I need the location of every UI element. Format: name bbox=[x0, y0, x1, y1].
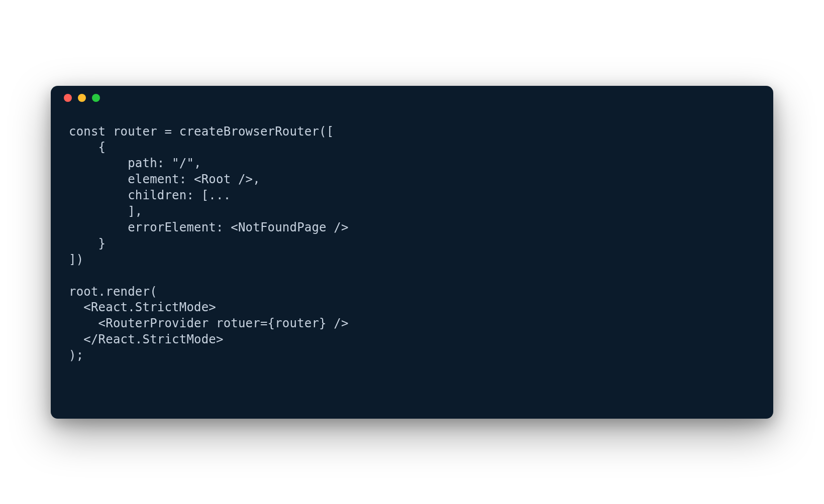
code-window: const router = createBrowserRouter([ { p… bbox=[51, 86, 773, 419]
close-icon[interactable] bbox=[64, 94, 72, 102]
maximize-icon[interactable] bbox=[92, 94, 100, 102]
code-area: const router = createBrowserRouter([ { p… bbox=[51, 110, 773, 419]
minimize-icon[interactable] bbox=[78, 94, 86, 102]
code-content: const router = createBrowserRouter([ { p… bbox=[69, 124, 755, 364]
window-titlebar bbox=[51, 86, 773, 110]
